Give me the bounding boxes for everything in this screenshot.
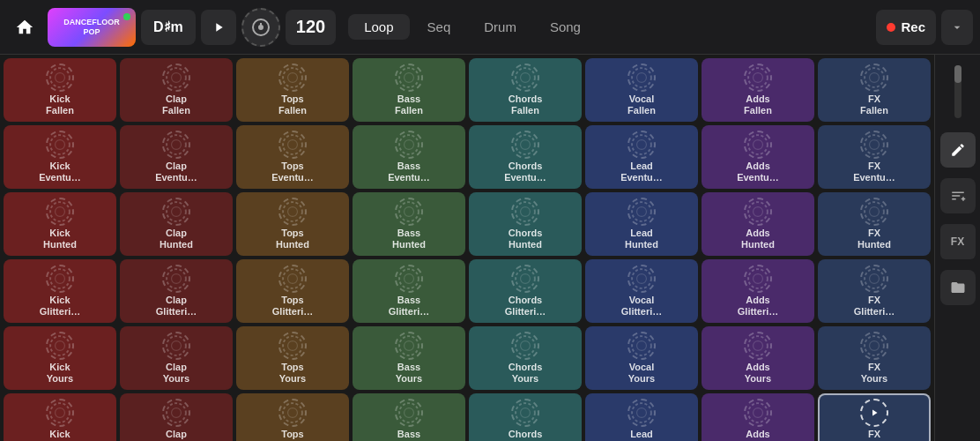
cell-fallen-vocal[interactable]: Vocal Fallen [585, 58, 698, 122]
cell-icon-glitteri-kick [46, 265, 74, 293]
cell-crises-kick[interactable]: Kick Crises [4, 393, 116, 441]
scrollbar-thumb[interactable] [954, 65, 961, 83]
cell-yours-fx[interactable]: FX Yours [818, 326, 931, 390]
cell-yours-clap[interactable]: Clap Yours [120, 326, 233, 390]
cell-yours-bass[interactable]: Bass Yours [353, 326, 465, 390]
cell-eventu-chords[interactable]: Chords Eventu… [469, 125, 582, 189]
cell-crises-lead[interactable]: Lead Crises [585, 393, 698, 441]
scrollbar-track[interactable] [954, 65, 961, 118]
tab-seq[interactable]: Seq [412, 14, 467, 40]
cell-label-crises-tops: Tops Crises [278, 429, 308, 441]
svg-point-28 [632, 135, 651, 154]
cell-icon-crises-clap [162, 399, 190, 427]
cell-label-crises-bass: Bass Crises [394, 429, 424, 441]
svg-point-93 [637, 407, 647, 417]
home-button[interactable] [7, 10, 42, 45]
cell-glitteri-kick[interactable]: Kick Glitteri… [4, 259, 116, 323]
cell-eventu-bass[interactable]: Bass Eventu… [353, 125, 465, 189]
cell-glitteri-adds[interactable]: Adds Glitteri… [702, 259, 814, 323]
cell-crises-fx[interactable]: FX Crises [818, 393, 931, 441]
cell-eventu-adds[interactable]: Adds Eventu… [702, 125, 814, 189]
cell-eventu-clap[interactable]: Clap Eventu… [120, 125, 233, 189]
svg-point-75 [521, 340, 531, 350]
cell-fallen-tops[interactable]: Tops Fallen [236, 58, 349, 122]
cell-hunted-kick[interactable]: Kick Hunted [4, 192, 116, 256]
cell-label-fallen-tops: Tops Fallen [278, 93, 307, 116]
cell-label-eventu-chords: Chords Eventu… [504, 161, 546, 183]
edit-button[interactable] [940, 132, 976, 168]
svg-point-26 [516, 135, 535, 154]
cell-fallen-adds[interactable]: Adds Fallen [702, 58, 814, 122]
cell-yours-vocal[interactable]: Vocal Yours [585, 326, 698, 390]
cell-crises-bass[interactable]: Bass Crises [353, 393, 465, 441]
cell-label-crises-adds: Adds Crises [743, 429, 773, 441]
cell-crises-adds[interactable]: Adds Crises [702, 393, 814, 441]
cell-yours-kick[interactable]: Kick Yours [4, 326, 116, 390]
cell-glitteri-clap[interactable]: Clap Glitteri… [120, 259, 233, 323]
svg-point-62 [748, 269, 768, 288]
genre-badge[interactable]: DANCEFLOORPOP [48, 8, 136, 47]
svg-point-71 [288, 340, 298, 350]
svg-point-29 [637, 139, 647, 149]
cell-glitteri-fx[interactable]: FX Glitteri… [818, 259, 931, 323]
cell-hunted-bass[interactable]: Bass Hunted [353, 192, 465, 256]
grid-row-fallen: Kick Fallen Clap Fallen Tops Fallen Bass… [4, 58, 931, 122]
cell-hunted-clap[interactable]: Clap Hunted [120, 192, 233, 256]
cell-eventu-kick[interactable]: Kick Eventu… [4, 125, 116, 189]
fx-button[interactable]: FX [940, 224, 976, 259]
eq-button[interactable] [940, 178, 976, 213]
cell-hunted-chords[interactable]: Chords Hunted [469, 192, 582, 256]
svg-point-76 [632, 336, 651, 355]
svg-point-16 [865, 68, 884, 87]
rec-area[interactable]: Rec [876, 10, 936, 45]
cell-icon-fallen-adds [744, 64, 772, 92]
cell-crises-clap[interactable]: Clap Crises [120, 393, 233, 441]
expand-button[interactable] [941, 10, 973, 45]
cell-hunted-adds[interactable]: Adds Hunted [702, 192, 814, 256]
cell-glitteri-chords[interactable]: Chords Glitteri… [469, 259, 582, 323]
cell-yours-chords[interactable]: Chords Yours [469, 326, 582, 390]
cell-label-eventu-clap: Clap Eventu… [155, 161, 197, 183]
cell-label-glitteri-kick: Kick Glitteri… [40, 295, 80, 318]
cell-fallen-bass[interactable]: Bass Fallen [353, 58, 465, 122]
cell-label-eventu-kick: Kick Eventu… [39, 161, 81, 183]
cell-glitteri-bass[interactable]: Bass Glitteri… [353, 259, 465, 323]
cell-icon-glitteri-tops [278, 265, 307, 293]
cell-label-yours-tops: Tops Yours [279, 362, 306, 385]
cell-hunted-lead[interactable]: Lead Hunted [585, 192, 698, 256]
grid-row-glitteri: Kick Glitteri… Clap Glitteri… Tops Glitt… [4, 259, 931, 323]
cell-label-yours-chords: Chords Yours [509, 362, 543, 385]
cell-icon-hunted-tops [278, 198, 307, 226]
key-button[interactable]: D♯m [141, 10, 196, 45]
svg-point-64 [865, 269, 884, 288]
cell-fallen-clap[interactable]: Clap Fallen [120, 58, 233, 122]
cell-yours-adds[interactable]: Adds Yours [702, 326, 814, 390]
cell-fallen-chords[interactable]: Chords Fallen [469, 58, 582, 122]
tab-loop[interactable]: Loop [348, 14, 409, 40]
cell-hunted-fx[interactable]: FX Hunted [818, 192, 931, 256]
cell-eventu-tops[interactable]: Tops Eventu… [236, 125, 349, 189]
svg-point-68 [167, 336, 186, 355]
cell-yours-tops[interactable]: Tops Yours [236, 326, 349, 390]
cell-fallen-fx[interactable]: FX Fallen [818, 58, 931, 122]
cell-glitteri-tops[interactable]: Tops Glitteri… [236, 259, 349, 323]
tempo-button[interactable] [241, 8, 280, 47]
cell-glitteri-vocal[interactable]: Vocal Glitteri… [585, 259, 698, 323]
cell-label-crises-lead: Lead Crises [627, 429, 657, 441]
cell-icon-eventu-chords [511, 131, 539, 159]
cell-fallen-kick[interactable]: Kick Fallen [4, 58, 116, 122]
cell-eventu-fx[interactable]: FX Eventu… [818, 125, 931, 189]
tab-song[interactable]: Song [534, 14, 597, 40]
tab-drum[interactable]: Drum [468, 14, 532, 40]
svg-point-91 [521, 407, 531, 417]
cell-crises-chords[interactable]: Chords Crises [469, 393, 582, 441]
cell-crises-tops[interactable]: Tops Crises [236, 393, 349, 441]
cell-hunted-tops[interactable]: Tops Hunted [236, 192, 349, 256]
svg-point-85 [172, 407, 182, 417]
cell-icon-crises-lead [627, 399, 656, 427]
folder-button[interactable] [940, 270, 976, 305]
cell-eventu-lead[interactable]: Lead Eventu… [585, 125, 698, 189]
play-button[interactable] [201, 10, 236, 45]
svg-point-53 [172, 273, 182, 283]
cell-icon-fallen-bass [395, 64, 423, 92]
